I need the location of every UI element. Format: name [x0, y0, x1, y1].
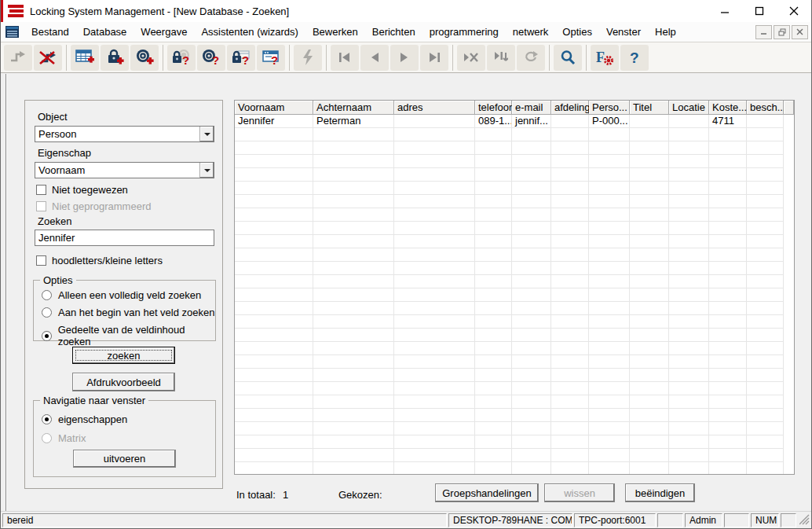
- menu-programmering[interactable]: programmering: [422, 22, 506, 42]
- status-ready: bereid: [2, 513, 447, 527]
- close-button[interactable]: [777, 0, 811, 22]
- radio-properties[interactable]: eigenschappen: [42, 413, 127, 425]
- not-assigned-checkbox[interactable]: Niet toegewezen: [36, 184, 128, 196]
- radio-properties-label: eigenschappen: [58, 413, 127, 425]
- radio-matrix-label: Matrix: [58, 432, 86, 444]
- svg-text:?: ?: [212, 53, 219, 66]
- new-lock-button[interactable]: [101, 45, 129, 71]
- table-empty-row: [235, 449, 794, 462]
- read-lock-button[interactable]: ?: [167, 45, 196, 71]
- group-actions-button[interactable]: Groepshandelingen: [435, 483, 539, 502]
- column-header[interactable]: afdeling: [551, 101, 589, 115]
- column-header[interactable]: e-mail: [512, 101, 551, 115]
- mdi-restore-button[interactable]: [774, 25, 790, 39]
- log-off-button[interactable]: [34, 45, 62, 71]
- radio-part-field-label: Gedeelte van de veldinhoud zoeken: [58, 324, 215, 347]
- menu-venster[interactable]: Venster: [599, 22, 648, 42]
- read-window-button[interactable]: ?: [257, 45, 285, 71]
- table-empty-row: [235, 128, 794, 141]
- menu-assistenten[interactable]: Assistenten (wizards): [194, 22, 305, 42]
- end-button[interactable]: beëindigen: [625, 483, 695, 502]
- not-assigned-label: Niet toegewezen: [52, 184, 128, 196]
- column-header[interactable]: adres: [394, 101, 475, 115]
- svg-text:F: F: [596, 50, 605, 65]
- help-button[interactable]: ?: [620, 45, 649, 71]
- lock-window-question-icon: ?: [231, 49, 251, 66]
- menu-bewerken[interactable]: Bewerken: [305, 22, 365, 42]
- cell-email: jennif...: [512, 115, 551, 128]
- search-input[interactable]: [35, 230, 214, 246]
- next-record-button[interactable]: [390, 45, 419, 71]
- menu-weergave[interactable]: Weergave: [134, 22, 194, 42]
- remove-record-button[interactable]: [457, 45, 485, 71]
- transponder-plus-icon: [135, 49, 154, 66]
- column-header[interactable]: besch...: [747, 101, 784, 115]
- table-empty-rows: [235, 128, 794, 475]
- object-select[interactable]: Persoon: [35, 126, 214, 142]
- column-header-filler: [784, 101, 794, 115]
- total-value: 1: [283, 489, 288, 501]
- resize-grip-icon[interactable]: [799, 513, 810, 527]
- new-transponder-button[interactable]: [130, 45, 159, 71]
- last-record-button[interactable]: [420, 45, 448, 71]
- property-select[interactable]: Voornaam: [35, 162, 214, 178]
- object-label: Object: [38, 111, 68, 123]
- menu-netwerk[interactable]: netwerk: [506, 22, 556, 42]
- refresh-button[interactable]: [517, 45, 545, 71]
- menu-database[interactable]: Database: [76, 22, 134, 42]
- filter-settings-button[interactable]: F: [591, 45, 619, 71]
- first-record-button[interactable]: [331, 45, 359, 71]
- print-preview-button[interactable]: Afdrukvoorbeeld: [72, 373, 175, 391]
- chevron-down-icon[interactable]: [199, 127, 214, 141]
- read-transponder-button[interactable]: ?: [197, 45, 225, 71]
- transponder-question-icon: ?: [201, 49, 221, 66]
- table-empty-row: [235, 422, 794, 435]
- status-port: TPC-poort:6001: [574, 513, 656, 527]
- radio-begin-field[interactable]: Aan het begin van het veld zoeken: [42, 307, 214, 318]
- execute-button[interactable]: uitvoeren: [73, 450, 176, 468]
- menu-berichten[interactable]: Berichten: [365, 22, 422, 42]
- checkbox-box: [36, 255, 46, 266]
- maximize-button[interactable]: [742, 0, 777, 22]
- minimize-button[interactable]: [708, 0, 742, 22]
- case-sensitive-checkbox[interactable]: hoodletters/kleine letters: [36, 255, 163, 266]
- mdi-close-button[interactable]: [792, 25, 808, 39]
- column-header[interactable]: Koste...: [709, 101, 747, 115]
- table-empty-row: [235, 382, 794, 395]
- menu-opties[interactable]: Opties: [555, 22, 599, 42]
- status-empty-1: [657, 513, 683, 527]
- column-header[interactable]: telefoon: [475, 101, 512, 115]
- radio-part-field[interactable]: Gedeelte van de veldinhoud zoeken: [42, 324, 215, 347]
- search-button-toolbar[interactable]: [554, 45, 582, 71]
- column-header[interactable]: Perso...: [589, 101, 630, 115]
- log-on-button[interactable]: [4, 45, 32, 71]
- case-sensitive-label: hoodletters/kleine letters: [52, 255, 163, 266]
- read-lock-2-button[interactable]: ?: [227, 45, 255, 71]
- totals-bar: In totaal: 1 Gekozen: Groepshandelingen …: [234, 482, 795, 507]
- menu-help[interactable]: Help: [648, 22, 683, 42]
- chevron-down-icon[interactable]: [199, 163, 214, 178]
- column-header[interactable]: Achternaam: [313, 101, 394, 115]
- menu-bestand[interactable]: Bestand: [24, 22, 76, 42]
- cell-titel: [630, 115, 669, 128]
- program-button[interactable]: [294, 45, 322, 71]
- radio-full-field[interactable]: Alleen een volledig veld zoeken: [42, 289, 201, 301]
- next-icon: [400, 52, 409, 63]
- previous-record-button[interactable]: [360, 45, 389, 71]
- arrow-x-icon: [463, 52, 479, 63]
- insert-record-button[interactable]: [487, 45, 515, 71]
- workspace: Object Persoon Eigenschap Voornaam Niet …: [1, 74, 811, 511]
- column-header[interactable]: Locatie: [669, 101, 709, 115]
- search-panel: Object Persoon Eigenschap Voornaam Niet …: [24, 100, 223, 489]
- toolbar-separator: [163, 45, 163, 71]
- column-header[interactable]: Titel: [630, 101, 669, 115]
- table-row[interactable]: Jennifer Peterman 089-1... jennif... P-0…: [235, 115, 794, 128]
- column-header[interactable]: Voornaam: [235, 101, 313, 115]
- search-submit-button[interactable]: zoeken: [72, 347, 175, 364]
- question-icon: ?: [628, 50, 641, 65]
- mdi-minimize-button[interactable]: [755, 25, 772, 39]
- new-locking-system-button[interactable]: [71, 45, 99, 71]
- table-empty-row: [235, 342, 794, 355]
- clear-button: wissen: [544, 483, 615, 502]
- table-empty-row: [235, 369, 794, 382]
